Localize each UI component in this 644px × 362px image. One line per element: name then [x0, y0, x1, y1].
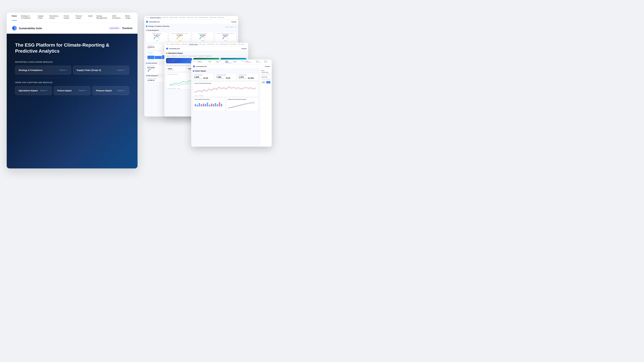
sc-nav-energy: Energy Management: [198, 17, 208, 18]
svg-rect-20: [201, 104, 202, 106]
sc-back-title-icon: [146, 26, 147, 27]
sc-mid-energy-native: Native ●: [167, 61, 170, 62]
sc-back-logo: Sustainability Suite Toustone: [144, 19, 238, 24]
sc-mid-filter-header: Header Location: All: [188, 55, 198, 57]
explore-operations[interactable]: Explore ↗: [40, 89, 48, 92]
sc-mid-nav-ghg: GHG Emissions: [230, 44, 237, 45]
sc-front-actual-val1: 5.69K: [194, 76, 202, 78]
sc-front-clear-btn[interactable]: Clear: [262, 81, 266, 83]
sc-front-nav-ghg: GHG Emissions: [256, 60, 263, 63]
sc-mid-filter-hid: Header ID: All: [198, 55, 205, 57]
sc-front-extract-input[interactable]: [262, 78, 270, 80]
sc-back-month-btn[interactable]: ● Month: [226, 26, 229, 27]
nav-item-ghg[interactable]: GHG Emissions: [112, 15, 121, 21]
nav-item-audit[interactable]: Audit: [88, 15, 92, 21]
sc-front-forecast-input[interactable]: [262, 73, 270, 75]
sc-mid-nav-energy: Energy Management: [219, 44, 228, 45]
sc-nav-future: Future Impact: [179, 17, 185, 18]
sc-back-gauge-chart-3: [199, 36, 206, 39]
sc-mid-energy-explore: Explore ↗: [171, 61, 175, 62]
sc-mid-nav-water: Water Usage: [238, 44, 244, 45]
sc-front-apply-btn[interactable]: Apply: [266, 81, 270, 83]
sc-front-title-icon: [193, 70, 194, 72]
sc-front-actual-val2: 81.30: [204, 77, 208, 79]
nav-bar: Home Strategy & Compliance Supply Chain …: [7, 12, 138, 23]
svg-point-10: [147, 21, 148, 22]
sc-nav-strategy: Strategy & Compliance: [150, 17, 161, 18]
logo-right: Sustainability Toustone: [108, 27, 132, 30]
reporting-label: Reporting & Disclosure Modules: [15, 61, 129, 63]
module-card-operations[interactable]: Operations Impact Explore ↗: [15, 86, 52, 95]
nav-item-strategy[interactable]: Strategy & Compliance: [21, 15, 34, 21]
svg-point-13: [167, 48, 168, 49]
sc-front-filters-sidebar: Filters Forecast Type Extract Date Clear…: [260, 69, 272, 147]
nav-item-energy[interactable]: Energy Management: [96, 15, 108, 21]
sc-back-quarter-btn[interactable]: Quarter: [230, 26, 234, 27]
sc-mid-title-icon: [166, 53, 167, 54]
sc-mid-filter-icon: ⚙ Filters: [166, 55, 170, 57]
sc-front-nav-strategy: Strategy & Compliance: [197, 60, 207, 63]
sc-front-chart1-svg: [194, 84, 257, 94]
nav-items: Home Strategy & Compliance Supply Chain …: [12, 15, 132, 21]
sc-mid-change-energy-cons: ↓ 678.26 • +8.541: [168, 69, 184, 70]
svg-point-5: [72, 78, 119, 124]
module-name-operations: Operations Impact: [18, 89, 38, 92]
sc-back-gauge-expenditure: Total Energy Expenditure $104,688 +19,34…: [192, 32, 214, 42]
sc-mid-logo: Sustainability Suite Toustone: [164, 46, 248, 51]
sc-back-year-btn[interactable]: Year: [234, 26, 236, 27]
sc-front-metric-row: Actual Consumption 5.69K Minimum / Maxim…: [193, 73, 258, 80]
logo-bar: Sustainability Suite Sustainability Tous…: [7, 23, 138, 34]
sc-front-predicted-val1: 7.36K: [216, 76, 224, 78]
sc-front-forecast-label: Forecast Type: [262, 72, 270, 73]
nav-item-supply[interactable]: Supply Chain: [38, 15, 46, 21]
sc-mid-nav-audit: Audit: [215, 44, 218, 45]
nav-item-home[interactable]: Home: [12, 15, 17, 21]
sc-mid-val-energy-cons: 738.91: [168, 68, 184, 69]
nav-item-operations[interactable]: Operations Impact: [49, 15, 60, 21]
sc-nav-finance: Finance Impact: [187, 17, 194, 18]
svg-rect-30: [221, 104, 222, 106]
nav-item-finance[interactable]: Finance Impact: [76, 15, 84, 21]
sc-back-gauge-label-1: Total Energy Consumption: [148, 33, 166, 34]
sc-front-predicted-metric: Predicted Consumption 7.36K Minimum / Ma…: [215, 73, 236, 80]
sc-front-chart2: Actual vs Prediction Absolute Variance: [193, 98, 225, 111]
sc-front-nav-supply: Supply Chain: [208, 60, 214, 63]
svg-rect-24: [209, 105, 210, 106]
sc-mid-nav-operations: Operations Impact: [189, 44, 198, 45]
sc-front-chart3: Cumulative Actual vs Prediction Energy U…: [226, 98, 258, 111]
sc-front-chart1: Actual vs Prediction Energy Usage ● Actu…: [193, 82, 258, 97]
sc-nav-audit: Audit: [195, 17, 197, 18]
sc-front-logo-icon: [193, 65, 195, 67]
hero-section: The ESG Platform for Climate-Reporting &…: [7, 34, 138, 168]
svg-rect-19: [199, 103, 200, 106]
sc-back-carbon-icon: [146, 63, 147, 64]
sc-nav-home: Home: [146, 17, 148, 18]
sc-back-nav: Home Strategy & Compliance Supply Chain …: [144, 16, 238, 19]
nav-item-future[interactable]: Future Impact: [64, 15, 72, 21]
sc-back-elec-value: 11,810 GJ: [148, 46, 162, 48]
nav-item-water[interactable]: Water Usage: [125, 15, 132, 21]
sc-back-brand: Toustone: [231, 21, 236, 22]
sc-back-gauge-value-4: $104,312: [216, 34, 235, 36]
sc-back-elec-label: Total Electricity 1: [148, 45, 162, 46]
sc-back-bar-2: [155, 56, 162, 59]
main-app-window: Home Strategy & Compliance Supply Chain …: [7, 12, 138, 168]
sc-front-chart1-title: Actual vs Prediction Energy Usage: [194, 83, 257, 84]
sc-mid-nav: Home Strategy & Compliance Supply Chain …: [164, 43, 248, 46]
sc-front-actual-values: 5.69K Minimum / Maximum 81.30: [194, 76, 212, 79]
svg-rect-26: [213, 104, 214, 106]
app-logo-icon: [12, 25, 17, 31]
sc-back-energy-icon: [146, 30, 147, 31]
svg-point-16: [194, 66, 195, 67]
svg-point-4: [79, 84, 112, 118]
sc-mid-nav-items: Home Strategy & Compliance Supply Chain …: [166, 44, 244, 45]
sc-front-variance-values: 1.16% Minimum / Maximum 41.25%: [239, 76, 257, 79]
sc-mid-label-energy-cons: Total Energy Consumption: [166, 65, 178, 66]
sc-front-variance-sub1: Minimum / Maximum: [239, 78, 246, 79]
sc-nav-water: Water Usage: [218, 17, 224, 18]
sc-front-chart3-svg: [228, 100, 257, 109]
sc-back-gauge-change-1: +13.8%: [148, 40, 166, 41]
svg-point-7: [63, 68, 128, 134]
sc-back-gauge-value-1: 11,198 GJ: [148, 34, 166, 36]
svg-point-3: [86, 91, 106, 111]
